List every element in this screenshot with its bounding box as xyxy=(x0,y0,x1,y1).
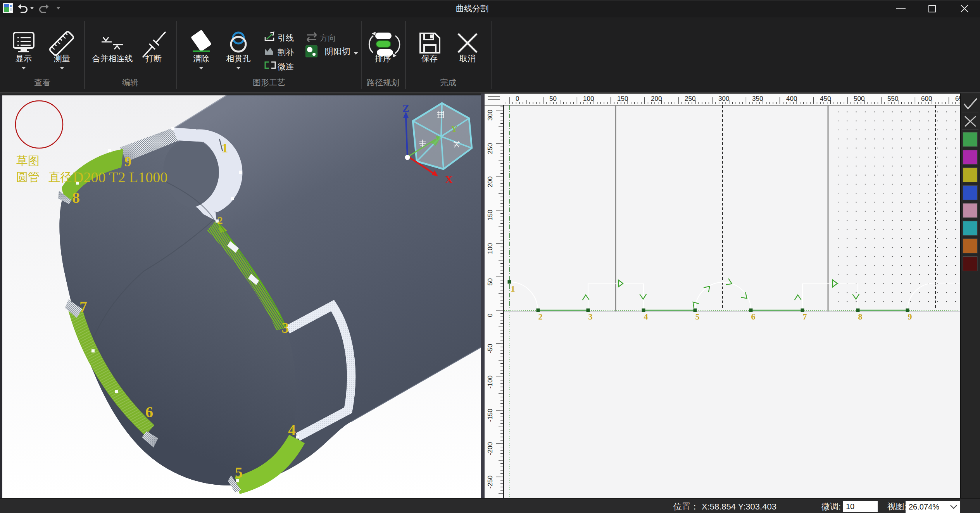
svg-text:9: 9 xyxy=(124,154,131,169)
svg-text:路径规划: 路径规划 xyxy=(367,78,399,87)
svg-text:位置：: 位置： xyxy=(673,502,699,511)
svg-text:相贯孔: 相贯孔 xyxy=(226,54,251,63)
svg-text:300: 300 xyxy=(718,95,729,102)
svg-text:26.074%: 26.074% xyxy=(909,503,939,511)
svg-text:排序: 排序 xyxy=(375,54,391,63)
svg-text:350: 350 xyxy=(752,95,763,102)
svg-text:Z: Z xyxy=(402,103,409,114)
svg-text:方向: 方向 xyxy=(320,33,336,42)
svg-text:50: 50 xyxy=(487,278,494,286)
svg-text:200: 200 xyxy=(487,176,494,187)
svg-text:-150: -150 xyxy=(487,409,494,422)
svg-text:4: 4 xyxy=(644,312,648,321)
svg-text:1: 1 xyxy=(222,141,228,155)
svg-text:曲线分割: 曲线分割 xyxy=(456,4,488,13)
svg-text:2: 2 xyxy=(218,215,223,226)
svg-text:150: 150 xyxy=(487,210,494,221)
svg-text:0: 0 xyxy=(516,95,519,102)
svg-text:250: 250 xyxy=(685,95,695,102)
svg-text:100: 100 xyxy=(487,243,494,254)
svg-text:保存: 保存 xyxy=(421,54,438,63)
svg-text:查看: 查看 xyxy=(34,78,50,87)
svg-text:2: 2 xyxy=(538,312,543,321)
svg-text:-100: -100 xyxy=(487,375,494,389)
svg-text:取消: 取消 xyxy=(459,54,476,63)
svg-text:-50: -50 xyxy=(487,344,494,354)
svg-text:200: 200 xyxy=(651,95,662,102)
svg-text:50: 50 xyxy=(549,95,557,102)
svg-text:打断: 打断 xyxy=(145,54,162,63)
svg-text:0: 0 xyxy=(487,313,494,317)
svg-text:5: 5 xyxy=(695,312,700,321)
svg-text:10: 10 xyxy=(846,502,854,511)
svg-text:视图:: 视图: xyxy=(887,502,907,511)
svg-text:图形工艺: 图形工艺 xyxy=(253,78,285,87)
svg-text:5: 5 xyxy=(235,464,243,481)
svg-text:X: X xyxy=(445,173,453,185)
svg-text:8: 8 xyxy=(858,312,863,321)
svg-text:显示: 显示 xyxy=(16,54,32,63)
svg-text:阴阳切: 阴阳切 xyxy=(325,47,350,56)
svg-text:直径: 直径 xyxy=(48,171,72,183)
svg-text:完成: 完成 xyxy=(440,78,456,87)
svg-text:1: 1 xyxy=(511,284,515,294)
svg-text:-250: -250 xyxy=(487,475,494,489)
svg-text:微连: 微连 xyxy=(278,62,294,71)
svg-text:合并相连线: 合并相连线 xyxy=(92,54,133,63)
svg-text:3: 3 xyxy=(588,312,593,321)
svg-text:Y: Y xyxy=(451,124,457,134)
svg-text:割补: 割补 xyxy=(278,48,294,57)
svg-text:450: 450 xyxy=(820,95,831,102)
svg-text:D200 T2 L1000: D200 T2 L1000 xyxy=(73,169,167,185)
svg-text:150: 150 xyxy=(617,95,628,102)
svg-text:-200: -200 xyxy=(487,442,494,455)
svg-text:测量: 测量 xyxy=(54,54,70,63)
svg-text:6: 6 xyxy=(145,403,153,421)
svg-text:4: 4 xyxy=(288,421,296,439)
svg-text:7: 7 xyxy=(79,298,87,315)
svg-text:X:58.854 Y:303.403: X:58.854 Y:303.403 xyxy=(702,502,776,511)
svg-text:400: 400 xyxy=(786,95,797,102)
svg-text:600: 600 xyxy=(921,95,932,102)
svg-text:圆管: 圆管 xyxy=(16,171,40,183)
svg-text:300: 300 xyxy=(487,110,494,121)
svg-text:500: 500 xyxy=(854,95,864,102)
svg-text:550: 550 xyxy=(887,95,898,102)
svg-text:3: 3 xyxy=(282,320,289,336)
svg-text:100: 100 xyxy=(583,95,594,102)
svg-text:微调:: 微调: xyxy=(821,502,841,511)
svg-text:7: 7 xyxy=(803,312,807,321)
svg-text:引线: 引线 xyxy=(278,33,294,42)
svg-text:草图: 草图 xyxy=(16,154,40,167)
svg-text:250: 250 xyxy=(487,143,494,154)
svg-text:清除: 清除 xyxy=(193,54,209,63)
svg-text:6: 6 xyxy=(751,312,756,321)
svg-text:编辑: 编辑 xyxy=(122,78,138,87)
svg-text:8: 8 xyxy=(72,189,80,206)
svg-text:9: 9 xyxy=(908,312,912,321)
